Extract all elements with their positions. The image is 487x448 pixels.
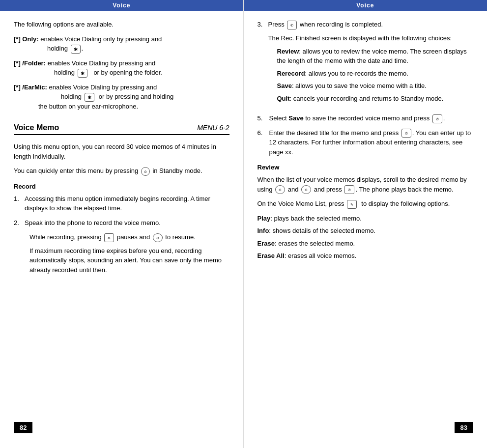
step-1-text: Accessing this menu option immediately b…	[25, 194, 229, 213]
scroll-up-icon: ⊙	[275, 185, 285, 194]
option-only: [*] Only: enables Voice Dialing only by …	[14, 34, 229, 54]
option-folder-label: [*] /Folder:	[14, 59, 46, 67]
step-num-5: 5.	[258, 113, 265, 123]
option-folder-text: enables Voice Dialing by pressing and	[48, 59, 156, 67]
review-option-erase-all: Erase All: erases all voice memos.	[258, 251, 474, 261]
step-num-3: 3.	[258, 20, 264, 29]
step-6: 6. Enter the desired title for the memo …	[258, 128, 474, 157]
right-footer: 83	[258, 422, 474, 433]
option-earmic: [*] /EarMic: enables Voice Dialing by pr…	[14, 83, 229, 112]
step-3-text: Press ✆ when recording is completed.	[268, 20, 383, 29]
left-content: The following options are available. [*]…	[14, 20, 229, 422]
option-only-label: [*] Only:	[14, 35, 39, 43]
option-erase-all-text: : erases all voice memos.	[285, 252, 357, 259]
quick-enter: You can quickly enter this menu by press…	[14, 166, 229, 176]
left-header: Voice	[0, 0, 243, 11]
option-info-label: Info	[258, 227, 269, 234]
choices-block: Review: allows you to review the voice m…	[258, 47, 474, 104]
page-spread: Voice The following options are availabl…	[0, 0, 487, 448]
scroll-down-icon: ⊙	[301, 185, 311, 194]
recording-note1: While recording, pressing ⊕ pauses and ⊙…	[14, 232, 229, 242]
star-key-icon-2: ✱	[78, 69, 87, 78]
option-erase-label: Erase	[258, 240, 275, 247]
step-num-2: 2.	[14, 218, 21, 228]
intro-text: The following options are available.	[14, 20, 229, 29]
step-3: 3. Press ✆ when recording is completed.	[258, 20, 474, 29]
confirm-icon-1: ✆	[287, 21, 297, 29]
option-info-text: : shows details of the selected memo.	[269, 227, 375, 234]
review-text-1: When the list of your voice memos displa…	[258, 175, 474, 194]
choice-save-label: Save	[277, 82, 292, 89]
choice-rerecord-text: : allows you to re-records the memo.	[305, 70, 408, 77]
step-num-1: 1.	[14, 194, 21, 213]
star-key-icon-3: ✱	[85, 93, 94, 102]
record-step-2: 2. Speak into the phone to record the vo…	[14, 218, 229, 228]
star-key-icon-1: ✱	[71, 45, 81, 54]
confirm-icon-3: ✆	[401, 129, 411, 138]
choice-quit-label: Quit	[277, 95, 290, 102]
choice-review-label: Review	[277, 48, 299, 55]
step-num-6: 6.	[258, 128, 265, 157]
choice-save-text: : allows you to save the voice memo with…	[292, 82, 427, 89]
voice-memo-intro: Using this menu option, you can record 3…	[14, 142, 229, 161]
step-5: 5. Select Save to save the recorded voic…	[258, 113, 474, 123]
recording-note2: If maximum recording time expires before…	[14, 246, 229, 275]
option-only-holding: holding ✱.	[14, 45, 83, 52]
review-option-erase: Erase: erases the selected memo.	[258, 239, 474, 249]
record-title: Record	[14, 183, 229, 190]
confirm-icon-2: ✆	[432, 114, 442, 123]
choice-save: Save: allows you to save the voice memo …	[277, 81, 474, 91]
review-section-title: Review	[258, 164, 474, 171]
right-header: Voice	[244, 0, 487, 11]
rec-finished-text: The Rec. Finished screen is displayed wi…	[258, 34, 474, 42]
step-2-text: Speak into the phone to record the voice…	[25, 218, 161, 228]
option-earmic-end: the button on your ear-microphone.	[14, 103, 138, 110]
menu-icon: ⊙	[141, 167, 150, 176]
option-play-text: : plays back the selected memo.	[270, 215, 362, 222]
options-icon: ✎	[347, 200, 357, 209]
choice-review: Review: allows you to review the voice m…	[277, 47, 474, 66]
right-page-number: 83	[455, 422, 473, 433]
choice-review-text: : allows you to review the voice memo. T…	[277, 48, 467, 65]
left-page: Voice The following options are availabl…	[0, 0, 244, 448]
option-erase-all-label: Erase All	[258, 252, 285, 259]
step-5-text: Select Save to save the recorded voice m…	[269, 113, 445, 123]
left-page-number: 82	[14, 422, 32, 433]
play-icon: ✆	[344, 185, 354, 194]
choice-rerecord-label: Rerecord	[277, 70, 305, 77]
step-6-text: Enter the desired title for the memo and…	[269, 128, 474, 157]
right-page: Voice 3. Press ✆ when recording is compl…	[244, 0, 487, 448]
left-footer: 82	[14, 422, 229, 433]
review-option-info: Info: shows details of the selected memo…	[258, 226, 474, 236]
voice-memo-title: Voice Memo	[14, 123, 59, 132]
menu-number: MENU 6-2	[197, 124, 229, 132]
option-play-label: Play	[258, 215, 271, 222]
review-option-play: Play: plays back the selected memo.	[258, 214, 474, 224]
choice-rerecord: Rerecord: allows you to re-records the m…	[277, 69, 474, 79]
option-folder-holding: holding ✱ or by opening the folder.	[14, 69, 162, 76]
choice-quit: Quit: cancels your recording and returns…	[277, 94, 474, 104]
pause-icon: ⊕	[104, 233, 114, 242]
voice-memo-section-title: Voice Memo MENU 6-2	[14, 123, 229, 135]
option-only-text: enables Voice Dialing only by pressing a…	[40, 35, 162, 43]
review-text-2: On the Voice Memo List, press ✎ to displ…	[258, 199, 474, 209]
choice-quit-text: : cancels your recording and returns to …	[290, 95, 444, 102]
right-content: 3. Press ✆ when recording is completed. …	[258, 20, 474, 422]
option-earmic-label: [*] /EarMic:	[14, 84, 47, 91]
option-folder: [*] /Folder: enables Voice Dialing by pr…	[14, 58, 229, 78]
option-erase-text: : erases the selected memo.	[275, 240, 355, 247]
option-earmic-text: enables Voice Dialing by pressing and	[49, 84, 157, 91]
option-earmic-holding: holding ✱ or by pressing and holding	[14, 93, 173, 100]
record-step-1: 1. Accessing this menu option immediatel…	[14, 194, 229, 213]
resume-icon: ⊙	[153, 233, 163, 242]
